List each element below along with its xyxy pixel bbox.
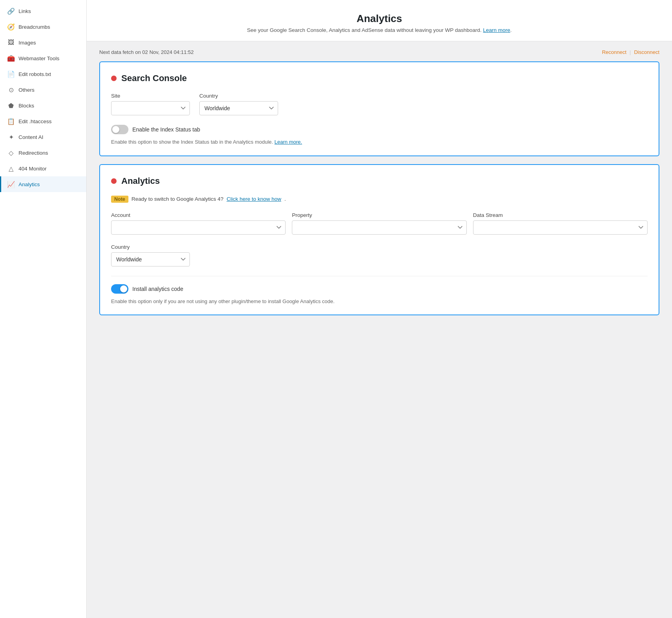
analytics-title: Analytics bbox=[111, 176, 648, 186]
sidebar-label-webmaster-tools: Webmaster Tools bbox=[19, 56, 59, 61]
analytics-heading: Analytics bbox=[121, 176, 160, 186]
sidebar-label-edit-robots: Edit robots.txt bbox=[19, 71, 51, 77]
sidebar-item-404-monitor[interactable]: △404 Monitor bbox=[0, 161, 86, 176]
site-label: Site bbox=[111, 93, 190, 99]
install-analytics-label: Install analytics code bbox=[132, 286, 183, 292]
reconnect-link[interactable]: Reconnect bbox=[602, 49, 626, 55]
edit-htaccess-icon: 📋 bbox=[7, 118, 15, 125]
sidebar-label-others: Others bbox=[19, 87, 35, 93]
index-status-learn-more[interactable]: Learn more. bbox=[275, 139, 302, 145]
sidebar-label-edit-htaccess: Edit .htaccess bbox=[19, 118, 52, 124]
sc-country-select[interactable]: WorldwideUnited StatesUnited KingdomCana… bbox=[199, 101, 278, 115]
links-icon: 🔗 bbox=[7, 7, 15, 15]
page-header: Analytics See your Google Search Console… bbox=[87, 0, 672, 41]
data-stream-label: Data Stream bbox=[473, 212, 648, 218]
analytics-status-dot bbox=[111, 178, 117, 184]
content-area: Next data fetch on 02 Nov, 2024 04:11:52… bbox=[87, 41, 672, 331]
sidebar-item-webmaster-tools[interactable]: 🧰Webmaster Tools bbox=[0, 50, 86, 66]
page-title: Analytics bbox=[95, 13, 664, 25]
separator: | bbox=[629, 49, 631, 55]
status-bar: Next data fetch on 02 Nov, 2024 04:11:52… bbox=[99, 49, 659, 55]
property-select[interactable] bbox=[292, 220, 466, 235]
sidebar-item-others[interactable]: ⊙Others bbox=[0, 82, 86, 98]
sidebar-item-breadcrumbs[interactable]: 🧭Breadcrumbs bbox=[0, 19, 86, 35]
sidebar-label-404-monitor: 404 Monitor bbox=[19, 166, 46, 172]
sidebar-label-links: Links bbox=[19, 8, 31, 14]
sidebar-item-edit-robots[interactable]: 📄Edit robots.txt bbox=[0, 66, 86, 82]
others-icon: ⊙ bbox=[7, 86, 15, 93]
analytics-country-field-group: Country WorldwideUnited StatesUnited Kin… bbox=[111, 244, 190, 266]
index-status-desc: Enable this option to show the Index Sta… bbox=[111, 138, 648, 146]
disconnect-link[interactable]: Disconnect bbox=[634, 49, 659, 55]
webmaster-tools-icon: 🧰 bbox=[7, 55, 15, 62]
analytics-icon: 📈 bbox=[7, 181, 15, 188]
main-content: Analytics See your Google Search Console… bbox=[87, 0, 672, 618]
sc-country-label: Country bbox=[199, 93, 278, 99]
note-badge: Note bbox=[111, 196, 128, 203]
next-fetch-text: Next data fetch on 02 Nov, 2024 04:11:52 bbox=[99, 49, 194, 55]
sidebar: 🔗Links🧭Breadcrumbs🖼Images🧰Webmaster Tool… bbox=[0, 0, 87, 618]
sidebar-item-blocks[interactable]: ⬟Blocks bbox=[0, 98, 86, 113]
sidebar-label-breadcrumbs: Breadcrumbs bbox=[19, 24, 50, 30]
images-icon: 🖼 bbox=[7, 39, 15, 46]
data-stream-field-group: Data Stream bbox=[473, 212, 648, 235]
content-ai-icon: ✦ bbox=[7, 133, 15, 141]
ga4-link[interactable]: Click here to know how bbox=[226, 196, 281, 202]
learn-more-header-link[interactable]: Learn more bbox=[483, 27, 510, 33]
analytics-form-row: Account Property Data Stream bbox=[111, 212, 648, 235]
search-console-title: Search Console bbox=[111, 73, 648, 83]
install-analytics-desc: Enable this option only if you are not u… bbox=[111, 298, 648, 305]
site-field-group: Site bbox=[111, 93, 190, 115]
data-stream-select[interactable] bbox=[473, 220, 648, 235]
account-select[interactable] bbox=[111, 220, 286, 235]
sidebar-item-edit-htaccess[interactable]: 📋Edit .htaccess bbox=[0, 113, 86, 129]
404-monitor-icon: △ bbox=[7, 165, 15, 172]
sidebar-label-images: Images bbox=[19, 40, 36, 46]
search-console-status-dot bbox=[111, 76, 117, 81]
search-console-card: Search Console Site Country WorldwideUni… bbox=[99, 61, 659, 156]
index-status-toggle[interactable] bbox=[111, 125, 128, 134]
toggle-knob bbox=[112, 126, 119, 133]
divider bbox=[111, 276, 648, 276]
site-select[interactable] bbox=[111, 101, 190, 115]
blocks-icon: ⬟ bbox=[7, 102, 15, 109]
analytics-country-row: Country WorldwideUnited StatesUnited Kin… bbox=[111, 244, 648, 266]
breadcrumbs-icon: 🧭 bbox=[7, 23, 15, 30]
sc-country-field-group: Country WorldwideUnited StatesUnited Kin… bbox=[199, 93, 278, 115]
search-console-heading: Search Console bbox=[121, 73, 187, 83]
analytics-card: Analytics Note Ready to switch to Google… bbox=[99, 164, 659, 316]
sidebar-item-analytics[interactable]: 📈Analytics bbox=[0, 176, 86, 192]
install-analytics-toggle[interactable] bbox=[111, 284, 128, 294]
search-console-form-row: Site Country WorldwideUnited StatesUnite… bbox=[111, 93, 648, 115]
account-field-group: Account bbox=[111, 212, 286, 235]
page-subtitle: See your Google Search Console, Analytic… bbox=[95, 27, 664, 33]
sidebar-item-content-ai[interactable]: ✦Content AI bbox=[0, 129, 86, 145]
index-status-toggle-row: Enable the Index Status tab bbox=[111, 125, 648, 134]
redirections-icon: ◇ bbox=[7, 149, 15, 156]
index-status-label: Enable the Index Status tab bbox=[132, 126, 200, 133]
analytics-country-label: Country bbox=[111, 244, 190, 250]
sidebar-label-analytics: Analytics bbox=[19, 181, 40, 187]
install-analytics-toggle-row: Install analytics code bbox=[111, 284, 648, 294]
sidebar-label-content-ai: Content AI bbox=[19, 134, 43, 140]
edit-robots-icon: 📄 bbox=[7, 70, 15, 78]
property-label: Property bbox=[292, 212, 466, 218]
sidebar-label-redirections: Redirections bbox=[19, 150, 48, 156]
sidebar-label-blocks: Blocks bbox=[19, 103, 34, 109]
status-bar-actions: Reconnect | Disconnect bbox=[602, 49, 659, 55]
note-banner: Note Ready to switch to Google Analytics… bbox=[111, 196, 648, 203]
account-label: Account bbox=[111, 212, 286, 218]
sidebar-item-images[interactable]: 🖼Images bbox=[0, 35, 86, 50]
toggle-knob bbox=[120, 285, 127, 292]
sidebar-item-links[interactable]: 🔗Links bbox=[0, 3, 86, 19]
note-text: Ready to switch to Google Analytics 4? bbox=[132, 196, 223, 202]
property-field-group: Property bbox=[292, 212, 466, 235]
sidebar-item-redirections[interactable]: ◇Redirections bbox=[0, 145, 86, 161]
analytics-country-select[interactable]: WorldwideUnited StatesUnited KingdomCana… bbox=[111, 252, 190, 266]
